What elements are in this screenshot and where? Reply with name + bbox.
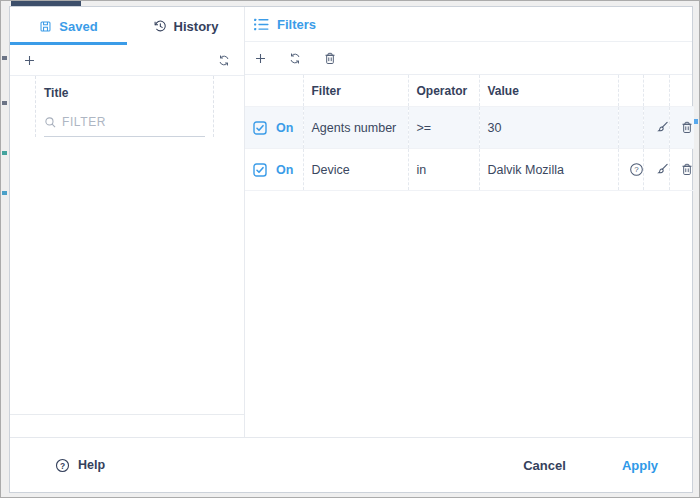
help-icon: ? [55,458,70,473]
trash-icon [323,51,337,66]
on-column-header [245,75,303,107]
row-help-button[interactable]: ? [627,160,644,179]
trash-icon [680,162,694,177]
filters-dialog: Saved History [9,6,693,493]
row-enabled-checkbox[interactable] [253,163,267,177]
add-filter-button[interactable] [252,50,269,67]
title-filter-input[interactable] [62,115,217,129]
tab-saved[interactable]: Saved [10,7,127,45]
refresh-saved-button[interactable] [215,52,233,69]
value-column-header: Value [479,75,618,107]
apply-button[interactable]: Apply [622,458,658,473]
filters-table-header-row: Filter Operator Value [245,75,694,107]
edit-filter-button[interactable] [652,118,670,137]
background-page-fragment [2,191,7,195]
value-cell[interactable]: Dalvik Mozilla [479,149,618,191]
refresh-filters-button[interactable] [286,50,304,67]
tab-saved-label: Saved [59,19,97,34]
help-button[interactable]: ? Help [55,458,105,473]
title-filter-row [44,112,205,137]
row-enabled-checkbox[interactable] [253,121,267,135]
saved-filters-panel: Saved History [10,7,245,437]
filters-panel-header: Filters [245,7,692,42]
brush-column-header [643,75,669,107]
svg-text:?: ? [60,460,65,470]
cancel-button[interactable]: Cancel [523,458,566,473]
trash-column-header [669,75,694,107]
help-cell [618,107,643,149]
filter-row: On Agents number >= 30 [245,107,694,149]
tab-history[interactable]: History [127,7,244,45]
delete-filters-button[interactable] [321,49,339,68]
history-icon [153,19,167,33]
footer-actions: Cancel Apply [523,458,658,473]
tab-history-label: History [174,19,219,34]
trash-icon [680,120,694,135]
operator-cell[interactable]: in [408,149,479,191]
save-icon [39,20,52,33]
delete-row-button[interactable] [678,160,695,179]
operator-column-header: Operator [408,75,479,107]
background-page-fragment [2,56,7,60]
search-icon [44,116,57,129]
screenshot-root: Saved History [0,0,700,498]
add-saved-filter-button[interactable] [21,52,38,69]
row-on-toggle[interactable]: On [276,121,293,135]
plus-icon [254,52,267,65]
brush-icon [654,162,669,177]
tab-bar: Saved History [10,7,244,45]
edit-filter-button[interactable] [652,160,670,179]
filters-panel-title: Filters [277,17,316,32]
svg-text:?: ? [634,165,639,174]
delete-row-button[interactable] [678,118,695,137]
title-column: Title [35,76,214,137]
refresh-icon [217,54,231,67]
background-page-fragment [2,151,7,155]
help-button-label: Help [78,458,105,472]
list-icon [254,18,269,31]
saved-filters-grid: Title [10,76,244,437]
filters-panel: Filters [245,7,692,437]
row-on-toggle[interactable]: On [276,163,293,177]
refresh-icon [288,52,302,65]
background-page-fragment [2,101,7,105]
filter-column-header: Filter [303,75,408,107]
dialog-body: Saved History [10,7,692,437]
value-cell[interactable]: 30 [479,107,618,149]
plus-icon [23,54,36,67]
filters-toolbar [245,42,692,75]
saved-filters-list: Title [10,76,244,415]
filter-name-cell[interactable]: Agents number [303,107,408,149]
help-icon: ? [629,162,644,177]
operator-cell[interactable]: >= [408,107,479,149]
saved-toolbar [10,45,244,76]
filter-row: On Device in Dalvik Mozilla [245,149,694,191]
brush-icon [654,120,669,135]
filter-name-cell[interactable]: Device [303,149,408,191]
title-column-header: Title [36,82,213,112]
dialog-footer: ? Help Cancel Apply [10,437,692,492]
filters-table: Filter Operator Value [245,75,694,191]
help-column-header [618,75,643,107]
